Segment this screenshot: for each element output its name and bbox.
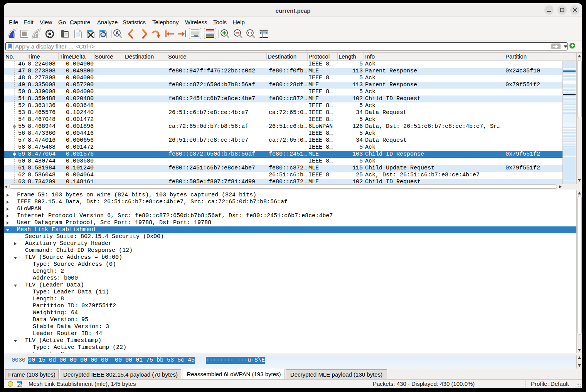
svg-text:A: A (116, 30, 119, 36)
svg-text:1:1: 1:1 (248, 32, 253, 35)
svg-text:0111: 0111 (76, 36, 80, 38)
